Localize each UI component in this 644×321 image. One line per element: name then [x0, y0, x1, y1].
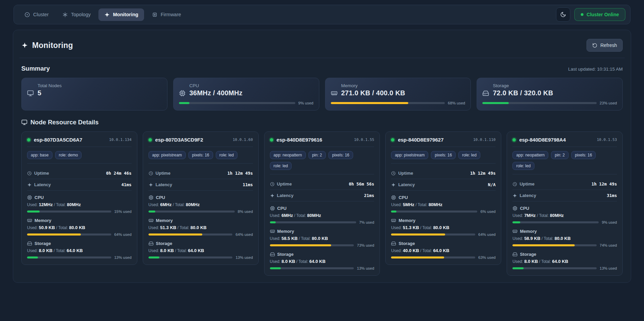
used-value: 8.0 KB [39, 248, 52, 253]
node-online-dot-icon [391, 138, 394, 142]
stat-value: 1h 12m 49s [592, 181, 617, 187]
separator: / [175, 248, 176, 253]
resource-label: Memory [520, 229, 537, 234]
resource-progress-row: 6% used [391, 209, 496, 214]
summary-grid: Total Nodes 5 CPU 36MHz / 400MHz 9% used… [21, 78, 623, 110]
total-label: Total: [299, 259, 308, 264]
resource-progress-row: 74% used [512, 243, 617, 247]
panel-header: Monitoring Refresh [19, 35, 625, 58]
resource-progress-row: 64% used [27, 232, 132, 237]
node-resource-memory: Memory Used: 58.5 KB / Total: 80.0 KB 73… [270, 229, 374, 247]
clock-icon [148, 171, 153, 176]
used-value: 50.9 KB [39, 225, 55, 230]
summary-card-label: Memory [341, 83, 465, 88]
separator: / [178, 225, 179, 230]
total-value: 80MHz [550, 213, 564, 218]
node-online-dot-icon [148, 138, 152, 142]
node-resources: CPU Used: 6MHz / Total: 80MHz 8% used Me… [148, 195, 253, 260]
cluster-icon [24, 12, 30, 18]
node-online-dot-icon [27, 138, 30, 142]
progress-bar-fill [331, 102, 409, 104]
summary-heading: Summary [21, 65, 50, 72]
separator: / [173, 202, 174, 207]
resource-usage: Used: 51.3 KB / Total: 80.0 KB [148, 225, 253, 230]
node-name: esp-807D3A5CD6A7 [34, 137, 82, 143]
progress-bar-fill [148, 233, 202, 236]
used-label: Used: [270, 259, 280, 264]
node-stats: Uptime 1h 12m 49s Latency 11ms [148, 168, 253, 191]
theme-toggle-button[interactable] [556, 7, 570, 22]
stat-label: Uptime [34, 171, 49, 176]
stat-value: 1h 12m 49s [470, 171, 496, 176]
total-label: Total: [56, 248, 66, 253]
nav-tab-monitoring[interactable]: Monitoring [98, 8, 144, 21]
resource-usage: Used: 5MHz / Total: 80MHz [391, 202, 496, 207]
resource-label: Storage [34, 241, 51, 246]
clock-icon [512, 182, 517, 187]
summary-card-label: Storage [493, 83, 617, 88]
resource-label: CPU [156, 195, 165, 200]
node-resource-storage: Storage Used: 8.0 KB / Total: 64.0 KB 13… [148, 241, 253, 260]
node-uptime-row: Uptime 0h 56m 56s [270, 178, 374, 190]
percent-used-label: 63% used [478, 255, 496, 260]
total-label: Total: [56, 202, 66, 207]
node-tags: app: baserole: demo [27, 151, 132, 159]
used-value: 40.0 KB [403, 248, 419, 253]
nav-tab-firmware[interactable]: Firmware [146, 8, 187, 21]
storage-icon [512, 252, 518, 257]
node-tag: app: pixelstream [148, 151, 186, 159]
node-name: esp-840D8E979616 [277, 137, 322, 143]
progress-bar [27, 211, 111, 213]
top-navigation: Cluster Topology Monitoring Firmware Clu… [14, 5, 630, 24]
resource-progress-row: 9% used [512, 220, 617, 224]
moon-icon [560, 11, 566, 18]
resource-label: CPU [34, 195, 44, 200]
progress-bar [27, 233, 111, 236]
stat-value: 0h 24m 46s [106, 171, 132, 176]
summary-card-value: 72.0 KB / 320.0 KB [493, 89, 553, 97]
cpu-icon [179, 90, 186, 97]
nav-tab-topology[interactable]: Topology [56, 8, 96, 21]
used-value: 58.9 KB [524, 236, 540, 241]
percent-used-label: 15% used [114, 209, 132, 214]
divider [512, 174, 617, 174]
summary-progress-row: 23% used [482, 101, 617, 105]
stat-label: Latency [277, 193, 294, 198]
percent-used-label: 13% used [600, 266, 617, 270]
used-label: Used: [512, 259, 523, 264]
memory-icon [27, 218, 32, 223]
separator: / [296, 259, 297, 264]
stat-label: Latency [34, 182, 51, 187]
node-resources: CPU Used: 12MHz / Total: 80MHz 15% used … [27, 195, 132, 260]
used-value: 5MHz [403, 202, 414, 207]
progress-bar [148, 211, 235, 213]
total-value: 80.0 KB [69, 225, 85, 230]
refresh-button[interactable]: Refresh [586, 39, 623, 52]
resource-progress-row: 13% used [512, 266, 617, 270]
resource-label: Storage [156, 241, 172, 246]
total-label: Total: [422, 248, 432, 253]
resource-usage: Used: 50.9 KB / Total: 80.0 KB [27, 225, 132, 230]
divider [270, 147, 374, 147]
summary-section: Summary Last updated: 10:31:15 AM Total … [19, 65, 625, 110]
percent-used-label: 8% used [238, 209, 253, 214]
stat-value: 0h 56m 56s [349, 181, 374, 187]
resource-usage: Used: 58.9 KB / Total: 80.0 KB [512, 236, 617, 241]
resource-usage: Used: 7MHz / Total: 80MHz [512, 213, 617, 218]
node-tag: app: pixelstream [391, 151, 428, 159]
progress-bar-fill [270, 267, 281, 269]
separator: / [54, 248, 55, 253]
node-tags: app: pixelstreampixels: 16role: led [391, 151, 496, 159]
progress-bar [512, 244, 597, 246]
node-tag: pin: 2 [551, 151, 568, 159]
nav-tab-cluster[interactable]: Cluster [19, 8, 54, 21]
node-ip: 10.0.1.134 [109, 138, 132, 142]
progress-bar-fill [27, 233, 81, 236]
summary-progress-row: 68% used [331, 101, 465, 105]
node-tag: role: led [458, 151, 480, 159]
percent-used-label: 13% used [235, 255, 253, 260]
used-value: 7MHz [524, 213, 536, 218]
storage-icon [391, 241, 396, 246]
total-value: 64.0 KB [67, 248, 83, 253]
progress-bar [27, 256, 111, 258]
